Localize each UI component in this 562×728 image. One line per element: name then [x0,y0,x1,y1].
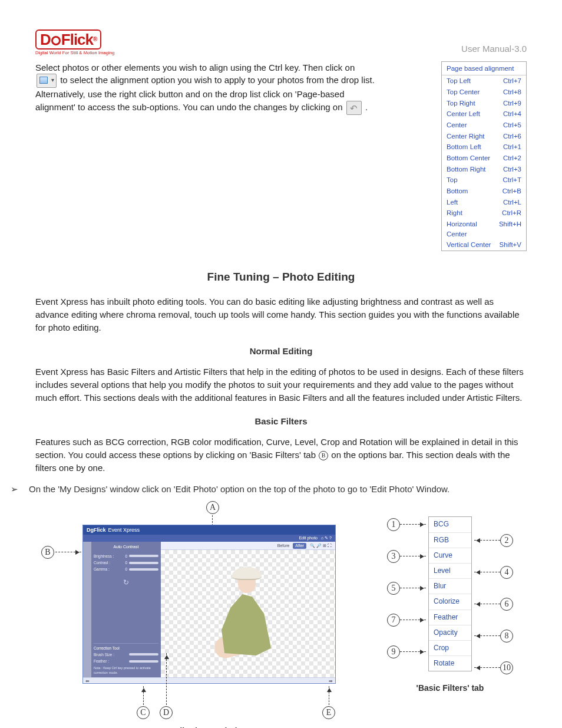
filter-callout: 6 [500,598,513,611]
filter-callout: 9 [387,645,400,658]
caption-edit-window: 'Edit Photo' Window [82,725,336,728]
align-menu-item: Top CenterCtrl+8 [442,87,526,98]
photo-subject [206,562,283,663]
paragraph-fine-tuning: Event Xpress has inbuilt photo editing t… [35,295,527,334]
back-icon: ⬅ [85,678,90,683]
filter-item: Curve [429,548,471,564]
intro-paragraph: Select photos or other elements you wish… [35,61,376,251]
canvas-toolbar: Before After 🔍 🔎 ⊞ ⛶ [161,542,335,550]
align-menu-item: RightCtrl+R [442,207,526,219]
filter-item: RGB [429,533,471,548]
align-menu-item: BottomCtrl+B [442,186,526,197]
filter-item: Blur [429,579,471,594]
align-menu-item: Center RightCtrl+6 [442,131,526,142]
filter-callout: 1 [387,518,400,531]
filter-callout: 5 [387,582,400,595]
basic-filters-tab-icon: B [319,451,328,460]
arrow-B [55,552,81,552]
callout-E: E [322,706,335,719]
align-menu-item: TopCtrl+T [442,174,526,186]
page-header: DFlick® Digital World For Still & Motion… [35,29,527,55]
align-menu-item: Bottom RightCtrl+3 [442,164,526,175]
align-menu-item: Bottom LeftCtrl+1 [442,141,526,153]
correction-tool-block: Correction Tool Brush Size : Feather : N… [94,643,158,675]
callout-B: B [41,546,54,559]
filter-item: Opacity [429,625,471,641]
filter-callout: 8 [500,630,513,643]
arrow-C [143,686,144,705]
heading-basic-filters: Basic Filters [35,415,527,428]
align-menu-item: Top LeftCtrl+7 [442,75,526,87]
bullet-edit-photo: ➢ On the 'My Designs' window click on 'E… [11,483,527,496]
align-menu-item: Top RightCtrl+9 [442,98,526,109]
align-menu-title: Page based alignment [442,62,526,76]
align-menu-item: Horizontal CenterShift+H [442,219,526,239]
heading-fine-tuning: Fine Tuning – Photo Editing [35,269,527,285]
filter-item: Crop [429,641,471,656]
canvas: Before After 🔍 🔎 ⊞ ⛶ [161,542,335,677]
align-menu-item: Center LeftCtrl+4 [442,108,526,120]
slider-row: Contrast :0 [94,559,158,566]
filter-item: Level [429,564,471,579]
page-based-alignment-menu: Page based alignment Top LeftCtrl+7Top C… [441,61,527,251]
figure-edit-window: A B DgFlick Event Xpress Edit photo ⌂ ✎ … [35,501,350,728]
align-dropdown-icon [37,74,57,88]
filter-callout: 3 [387,550,400,563]
filter-item: Feather [429,610,471,625]
filter-callout: 10 [500,661,513,674]
side-tabs [83,542,91,677]
paragraph-normal-editing: Event Xpress has Basic Filters and Artis… [35,365,527,404]
paragraph-basic-filters: Features such as BCG correction, RGB col… [35,436,527,474]
undo-icon [346,101,362,115]
zoom-icons: 🔍 🔎 ⊞ ⛶ [310,543,332,549]
slider-row: Gamma :0 [94,566,158,572]
caption-filters-tab: 'Basic Filters' tab [373,682,527,694]
filter-item: BCG [429,517,471,532]
bullet-icon: ➢ [11,483,18,495]
basic-filters-list: BCGRGBCurveLevelBlurColorizeFeatherOpaci… [428,516,472,671]
align-menu-item: Vertical CenterShift+V [442,239,526,251]
figure-basic-filters-tab: BCGRGBCurveLevelBlurColorizeFeatherOpaci… [373,501,527,694]
forward-icon: ➡ [329,678,333,683]
filter-callout: 7 [387,614,400,627]
reset-icon: ↻ [123,578,129,588]
manual-version: User Manual-3.0 [461,42,527,55]
callout-C: C [137,706,150,719]
filter-callout: 2 [500,534,513,547]
edit-photo-window: DgFlick Event Xpress Edit photo ⌂ ✎ ? Au… [82,525,336,684]
align-menu-item: CenterCtrl+5 [442,120,526,131]
window-brand: DgFlick [87,526,106,534]
arrow-D [166,653,167,705]
home-icon: ⌂ ✎ ? [321,535,332,541]
filter-panel: Auto Contrast Brightness :0Contrast :0Ga… [91,542,161,677]
slider-row: Brightness :0 [94,553,158,559]
align-menu-item: Bottom CenterCtrl+2 [442,153,526,164]
callout-D: D [160,706,173,719]
logo-tagline: Digital World For Still & Motion Imaging [35,51,114,55]
logo-text: DFlick® [35,29,101,50]
window-title: Event Xpress [108,526,140,534]
window-titlebar: DgFlick Event Xpress [83,525,335,535]
heading-normal-editing: Normal Editing [35,345,527,358]
edit-photo-bar: Edit photo ⌂ ✎ ? [83,535,335,542]
filter-callout: 4 [500,566,513,579]
logo: DFlick® Digital World For Still & Motion… [35,29,114,55]
panel-title: Auto Contrast [94,544,158,550]
filter-item: Colorize [429,594,471,610]
arrow-E [329,686,329,705]
window-bottom-bar: ⬅ ➡ [83,677,335,683]
callout-A: A [206,501,219,514]
filter-item: Rotate [429,656,471,671]
align-menu-item: LeftCtrl+L [442,197,526,208]
